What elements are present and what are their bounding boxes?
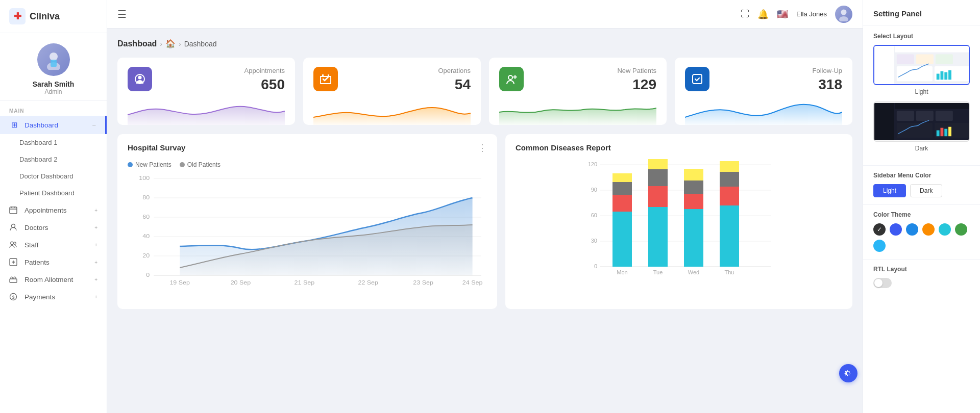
dashboard-collapse-icon[interactable]: − bbox=[92, 121, 96, 129]
svg-rect-63 bbox=[720, 161, 739, 172]
sidebar: ✚ Cliniva Sarah Smith Admin MAIN ⊞ Dashb… bbox=[0, 0, 107, 413]
sidebar-item-doctors[interactable]: Doctors + bbox=[0, 219, 107, 236]
staff-label: Staff bbox=[24, 241, 89, 249]
svg-rect-79 bbox=[895, 103, 969, 109]
doctors-label: Doctors bbox=[24, 224, 89, 231]
appointments-stat-icon bbox=[128, 67, 152, 91]
menu-icon[interactable]: ☰ bbox=[117, 8, 127, 20]
svg-rect-55 bbox=[684, 209, 703, 267]
legend-dot-new bbox=[128, 162, 133, 167]
svg-text:30: 30 bbox=[591, 238, 597, 244]
operations-stat-icon bbox=[313, 67, 338, 91]
sidebar-item-staff[interactable]: Staff + bbox=[0, 236, 107, 253]
theme-dot-dark[interactable]: ✓ bbox=[873, 223, 886, 236]
appointments-stat-value: 650 bbox=[244, 76, 285, 93]
svg-rect-67 bbox=[895, 46, 969, 53]
doctors-expand: + bbox=[94, 225, 97, 230]
stat-card-new-patients: New Patients 129 bbox=[489, 58, 667, 125]
theme-dot-green[interactable] bbox=[955, 223, 967, 236]
svg-point-11 bbox=[841, 9, 846, 15]
dark-layout-preview[interactable] bbox=[873, 101, 970, 142]
color-theme-label: Color Theme bbox=[873, 211, 970, 218]
breadcrumb: Dashboad › 🏠 › Dashboad bbox=[117, 39, 852, 48]
survey-legend: New Patients Old Patients bbox=[128, 161, 487, 168]
profile-name: Sarah Smith bbox=[33, 80, 75, 88]
sidebar-item-doctor-dashboard[interactable]: Doctor Dashboard bbox=[0, 168, 107, 185]
toggle-knob bbox=[874, 279, 883, 287]
setting-panel: Setting Panel Select Layout bbox=[863, 0, 980, 413]
svg-point-5 bbox=[11, 242, 14, 245]
svg-rect-48 bbox=[612, 173, 632, 182]
svg-rect-88 bbox=[948, 127, 951, 137]
svg-point-0 bbox=[50, 53, 58, 61]
flag-icon[interactable]: 🇺🇸 bbox=[777, 9, 788, 20]
svg-text:40: 40 bbox=[142, 233, 150, 239]
svg-rect-51 bbox=[648, 186, 668, 207]
payments-label: Payments bbox=[24, 293, 89, 301]
fullscreen-icon[interactable]: ⛶ bbox=[741, 9, 749, 19]
breadcrumb-title: Dashboad bbox=[117, 39, 157, 48]
sidebar-profile: Sarah Smith Admin bbox=[0, 33, 107, 101]
operations-stat-value: 54 bbox=[438, 76, 471, 93]
svg-text:Wed: Wed bbox=[688, 269, 699, 275]
svg-rect-50 bbox=[648, 207, 668, 267]
sidebar-item-appointments[interactable]: Appointments + bbox=[0, 201, 107, 219]
room-allotment-expand: + bbox=[94, 277, 97, 282]
room-allotment-label: Room Allotment bbox=[24, 276, 89, 283]
svg-text:90: 90 bbox=[591, 187, 597, 193]
theme-dot-cyan[interactable] bbox=[939, 223, 951, 236]
sidebar-item-patient-dashboard[interactable]: Patient Dashboard bbox=[0, 185, 107, 201]
notification-icon[interactable]: 🔔 bbox=[757, 9, 769, 20]
svg-rect-8 bbox=[10, 279, 17, 282]
svg-rect-61 bbox=[720, 187, 739, 205]
sidebar-item-dashboard2[interactable]: Dashboard 2 bbox=[0, 151, 107, 168]
svg-rect-66 bbox=[874, 46, 894, 84]
diseases-chart-title: Common Diseases Report bbox=[516, 143, 842, 152]
rtl-toggle-row bbox=[873, 278, 970, 288]
svg-rect-75 bbox=[944, 72, 947, 80]
dashboard-icon: ⊞ bbox=[9, 120, 19, 130]
rtl-toggle-switch[interactable] bbox=[873, 278, 892, 288]
operations-stat-label: Operations bbox=[438, 67, 471, 74]
home-icon[interactable]: 🏠 bbox=[165, 39, 176, 48]
theme-dot-blue[interactable] bbox=[890, 223, 902, 236]
light-layout-preview[interactable] bbox=[873, 45, 970, 85]
theme-dot-lightblue[interactable] bbox=[906, 223, 918, 236]
svg-text:0: 0 bbox=[146, 272, 150, 278]
dark-layout-label: Dark bbox=[873, 145, 970, 152]
sidebar-item-patients[interactable]: Patients + bbox=[0, 253, 107, 271]
svg-rect-81 bbox=[916, 111, 934, 121]
sidebar-light-btn[interactable]: Light bbox=[873, 184, 906, 197]
dashboard-submenu: Dashboard 1 Dashboard 2 Doctor Dashboard… bbox=[0, 134, 107, 201]
survey-chart-title: Hospital Survay bbox=[128, 143, 185, 152]
sidebar-dark-btn[interactable]: Dark bbox=[910, 184, 942, 197]
svg-rect-71 bbox=[897, 66, 933, 81]
settings-fab[interactable] bbox=[839, 364, 857, 382]
svg-text:22 Sep: 22 Sep bbox=[358, 279, 378, 286]
svg-point-6 bbox=[14, 242, 16, 245]
main-content: ☰ ⛶ 🔔 🇺🇸 Ella Jones Dashboad › 🏠 › Dashb… bbox=[107, 0, 863, 413]
dashboard-area: Dashboad › 🏠 › Dashboad Appointments 650 bbox=[107, 29, 863, 413]
hospital-survey-card: Hospital Survay ⋮ New Patients Old Patie… bbox=[117, 134, 497, 309]
svg-text:60: 60 bbox=[591, 212, 597, 218]
payments-icon: $ bbox=[9, 293, 19, 301]
svg-rect-70 bbox=[936, 55, 953, 64]
svg-rect-87 bbox=[944, 129, 947, 137]
theme-dot-skyblue[interactable] bbox=[873, 240, 886, 252]
sidebar-item-room-allotment[interactable]: Room Allotment + bbox=[0, 271, 107, 288]
svg-rect-3 bbox=[10, 207, 17, 214]
theme-dot-orange[interactable] bbox=[922, 223, 935, 236]
stat-card-appointments: Appointments 650 bbox=[117, 58, 295, 125]
svg-rect-86 bbox=[941, 128, 944, 137]
profile-role: Admin bbox=[44, 88, 62, 95]
sidebar-section-label: MAIN bbox=[0, 101, 107, 116]
sidebar-item-dashboard[interactable]: ⊞ Dashboard − bbox=[0, 116, 107, 134]
topbar-avatar[interactable] bbox=[835, 6, 852, 23]
sidebar-item-payments[interactable]: $ Payments + bbox=[0, 288, 107, 305]
breadcrumb-sep2: › bbox=[179, 40, 181, 48]
avatar-placeholder bbox=[37, 43, 70, 76]
patients-expand: + bbox=[94, 260, 97, 265]
sidebar-item-dashboard1[interactable]: Dashboard 1 bbox=[0, 134, 107, 151]
svg-rect-47 bbox=[612, 182, 632, 195]
survey-menu-icon[interactable]: ⋮ bbox=[478, 142, 487, 153]
